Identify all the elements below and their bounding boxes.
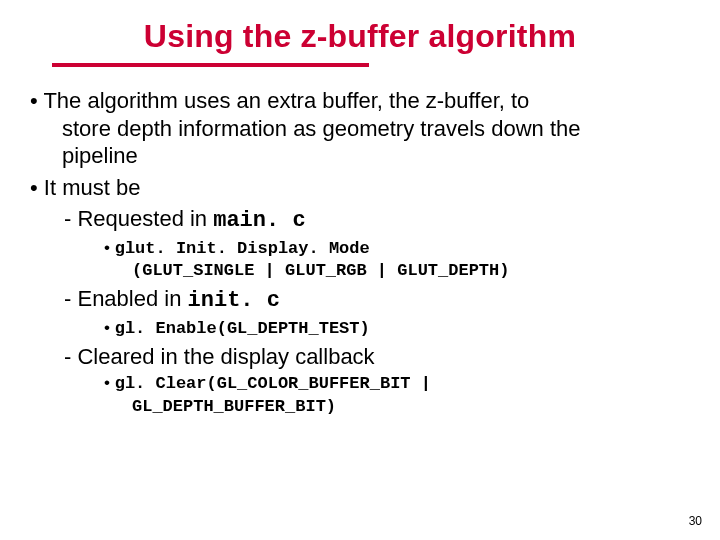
bullet-list: The algorithm uses an extra buffer, the … (30, 87, 690, 417)
bullet-1-line2: store depth information as geometry trav… (46, 115, 690, 143)
subsub-2: gl. Enable(GL_DEPTH_TEST) (104, 317, 690, 339)
title-underline (52, 63, 369, 67)
slide: Using the z-buffer algorithm The algorit… (0, 0, 720, 540)
subsub-3-line2: GL_DEPTH_BUFFER_BIT) (118, 397, 336, 416)
subsub-2-text: gl. Enable(GL_DEPTH_TEST) (115, 319, 370, 338)
subsub-1: glut. Init. Display. Mode (GLUT_SINGLE |… (104, 237, 690, 282)
sub-2: Enabled in init. c (64, 285, 690, 315)
sub-1-code: main. c (213, 208, 305, 233)
subsub-3-line1: gl. Clear(GL_COLOR_BUFFER_BIT | (115, 374, 431, 393)
bullet-2-text: It must be (44, 175, 141, 200)
sub-2-prefix: Enabled in (77, 286, 187, 311)
bullet-2: It must be (30, 174, 690, 202)
page-number: 30 (689, 514, 702, 528)
sub-2-code: init. c (188, 288, 280, 313)
bullet-1-line3: pipeline (46, 142, 690, 170)
sub-3: Cleared in the display callback (64, 343, 690, 371)
bullet-1: The algorithm uses an extra buffer, the … (30, 87, 690, 170)
subsub-1-line2: (GLUT_SINGLE | GLUT_RGB | GLUT_DEPTH) (118, 261, 509, 280)
subsub-3: gl. Clear(GL_COLOR_BUFFER_BIT | GL_DEPTH… (104, 372, 690, 417)
slide-title: Using the z-buffer algorithm (30, 18, 690, 55)
bullet-1-line1: The algorithm uses an extra buffer, the … (43, 88, 529, 113)
sub-1: Requested in main. c (64, 205, 690, 235)
subsub-1-line1: glut. Init. Display. Mode (115, 239, 370, 258)
sub-3-text: Cleared in the display callback (77, 344, 374, 369)
sub-1-prefix: Requested in (77, 206, 213, 231)
